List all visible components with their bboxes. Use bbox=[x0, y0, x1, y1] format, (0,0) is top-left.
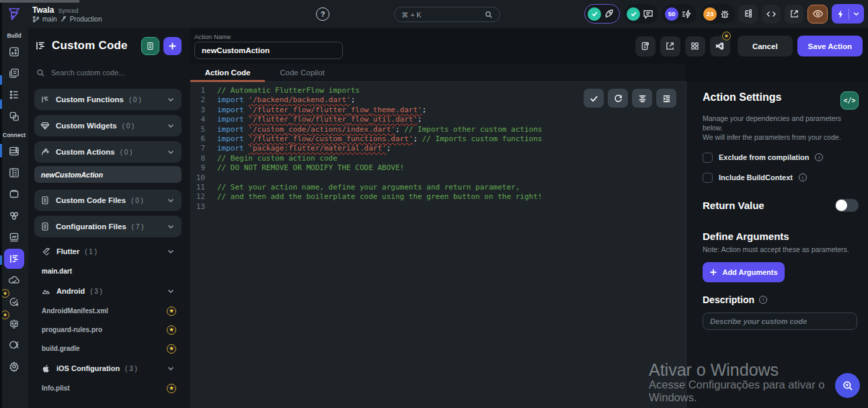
section-custom-widgets[interactable]: Custom Widgets ( 0 ) bbox=[34, 115, 182, 136]
zoom-search-fab[interactable] bbox=[835, 373, 860, 398]
info-icon[interactable]: i bbox=[799, 173, 807, 181]
save-action-button[interactable]: Save Action bbox=[797, 36, 863, 56]
open-external-icon bbox=[789, 9, 799, 19]
star-badge-icon[interactable]: ★ bbox=[167, 344, 176, 354]
optimizations-pill[interactable]: 50 bbox=[662, 4, 697, 24]
info-icon[interactable]: i bbox=[815, 153, 823, 161]
nav-rail-connect-label: Connect bbox=[3, 132, 26, 138]
config-group-android[interactable]: Android ( 3 ) bbox=[34, 282, 182, 300]
nav-data-types[interactable] bbox=[4, 163, 24, 183]
config-file-infoplist[interactable]: Info.plist ★ bbox=[34, 380, 182, 397]
info-icon[interactable]: i bbox=[759, 296, 767, 304]
issues-pill[interactable]: 23 bbox=[701, 4, 735, 24]
open-vscode-button[interactable]: ★ bbox=[710, 36, 730, 56]
widget-tree-button[interactable] bbox=[739, 5, 758, 24]
deploy-status-pill[interactable] bbox=[584, 4, 620, 24]
description-title: Description bbox=[703, 294, 754, 305]
section-custom-code-files[interactable]: Custom Code Files ( 0 ) bbox=[34, 190, 182, 211]
star-badge-icon[interactable]: ★ bbox=[167, 384, 176, 393]
add-custom-code-button[interactable] bbox=[163, 37, 182, 55]
nav-firestore[interactable] bbox=[4, 141, 24, 161]
star-badge-icon[interactable]: ★ bbox=[167, 307, 176, 316]
define-arguments-title: Define Arguments bbox=[703, 231, 859, 242]
tab-code-copilot[interactable]: Code Copilot bbox=[265, 64, 340, 81]
reset-code-button[interactable] bbox=[608, 89, 628, 108]
nav-pages[interactable] bbox=[4, 63, 24, 83]
tab-action-code[interactable]: Action Code bbox=[190, 64, 265, 81]
docs-button[interactable] bbox=[141, 37, 159, 55]
nav-tests[interactable]: ★ bbox=[4, 292, 24, 312]
star-badge-icon[interactable]: ★ bbox=[167, 325, 176, 335]
config-group-flutter[interactable]: Flutter ( 1 ) bbox=[34, 242, 182, 261]
refresh-icon bbox=[613, 93, 623, 104]
preview-button[interactable] bbox=[807, 5, 828, 24]
section-custom-functions[interactable]: Custom Functions ( 0 ) bbox=[34, 89, 182, 110]
nav-ai-agents[interactable]: ★ bbox=[4, 313, 24, 333]
optimizations-count-badge: 50 bbox=[665, 7, 678, 21]
nav-media-assets[interactable] bbox=[4, 184, 24, 204]
environment-icon bbox=[60, 15, 67, 23]
validate-code-button[interactable] bbox=[584, 89, 604, 108]
generate-boilerplate-button[interactable]: </> bbox=[840, 91, 859, 110]
config-file-buildgradle[interactable]: build.gradle ★ bbox=[34, 340, 182, 357]
add-arguments-label: Add Arguments bbox=[722, 268, 777, 276]
flutterflow-logo[interactable] bbox=[0, 0, 28, 28]
description-input[interactable] bbox=[703, 313, 857, 330]
run-button[interactable] bbox=[832, 4, 864, 24]
exclude-compilation-checkbox[interactable] bbox=[703, 153, 713, 163]
document-icon bbox=[146, 42, 155, 50]
indent-code-button[interactable] bbox=[656, 89, 676, 108]
config-file-main-dart[interactable]: main.dart bbox=[34, 263, 182, 280]
copy-code-button[interactable] bbox=[635, 36, 656, 56]
toggle-knob bbox=[836, 200, 847, 211]
add-arguments-button[interactable]: Add Arguments bbox=[703, 262, 785, 282]
nav-settings[interactable] bbox=[4, 356, 24, 376]
open-in-new-button[interactable] bbox=[660, 36, 680, 56]
branch-name[interactable]: main bbox=[42, 15, 57, 23]
action-settings-subtitle: Manage your dependencies and parameters … bbox=[703, 114, 844, 142]
exclude-compilation-row: Exclude from compilation i bbox=[703, 153, 859, 163]
chat-icon bbox=[643, 9, 654, 19]
nav-theme-settings[interactable] bbox=[4, 335, 24, 355]
nav-app-state[interactable] bbox=[4, 85, 24, 105]
include-buildcontext-checkbox[interactable] bbox=[703, 173, 713, 183]
sidebar-search[interactable]: Search custom code... bbox=[36, 63, 182, 82]
help-button[interactable]: ? bbox=[316, 7, 329, 21]
publish-rocket-icon bbox=[604, 9, 615, 19]
return-value-toggle[interactable] bbox=[835, 199, 859, 212]
actions-icon bbox=[40, 147, 50, 157]
project-info[interactable]: Twala Synced main Production bbox=[32, 5, 102, 23]
section-custom-actions[interactable]: Custom Actions ( 0 ) bbox=[34, 141, 182, 163]
comments-status-pill[interactable] bbox=[624, 4, 658, 24]
config-file-name: AndroidManifest.xml bbox=[42, 307, 108, 315]
command-search[interactable]: ⌘ + K bbox=[394, 7, 500, 22]
config-file-androidmanifest[interactable]: AndroidManifest.xml ★ bbox=[34, 302, 182, 319]
code-editor[interactable]: 1// Automatic FlutterFlow imports2import… bbox=[190, 82, 686, 408]
nav-cloud-functions[interactable] bbox=[4, 270, 24, 290]
section-label: Custom Actions bbox=[56, 148, 115, 156]
dependencies-button[interactable] bbox=[685, 36, 705, 56]
config-file-proguard[interactable]: proguard-rules.pro ★ bbox=[34, 321, 182, 338]
section-label: Custom Code Files bbox=[56, 196, 126, 204]
view-code-button[interactable] bbox=[762, 5, 781, 24]
android-icon bbox=[42, 287, 50, 296]
format-code-button[interactable] bbox=[632, 89, 652, 108]
nav-custom-code[interactable] bbox=[4, 249, 24, 269]
comments-check-icon bbox=[627, 7, 640, 21]
config-group-label: iOS Configuration bbox=[56, 364, 120, 372]
open-external-button[interactable] bbox=[785, 5, 803, 24]
action-item-newcustomaction[interactable]: newCustomAction bbox=[34, 166, 182, 183]
nav-app-assets[interactable] bbox=[4, 227, 24, 247]
config-group-ios[interactable]: iOS Configuration ( 3 ) bbox=[34, 359, 182, 378]
nav-components[interactable] bbox=[4, 106, 24, 126]
return-value-label: Return Value bbox=[703, 200, 764, 211]
cancel-button[interactable]: Cancel bbox=[738, 36, 793, 56]
action-name-input[interactable] bbox=[194, 42, 343, 59]
nav-integrations[interactable] bbox=[4, 206, 24, 226]
section-configuration-files[interactable]: Configuration Files ( 7 ) bbox=[34, 216, 182, 237]
nav-widget-palette[interactable] bbox=[4, 42, 24, 62]
flutterflow-logo-icon bbox=[6, 6, 22, 22]
environment-name[interactable]: Production bbox=[70, 15, 102, 23]
chevron-down-icon bbox=[167, 247, 175, 255]
config-files-icon bbox=[40, 222, 50, 231]
